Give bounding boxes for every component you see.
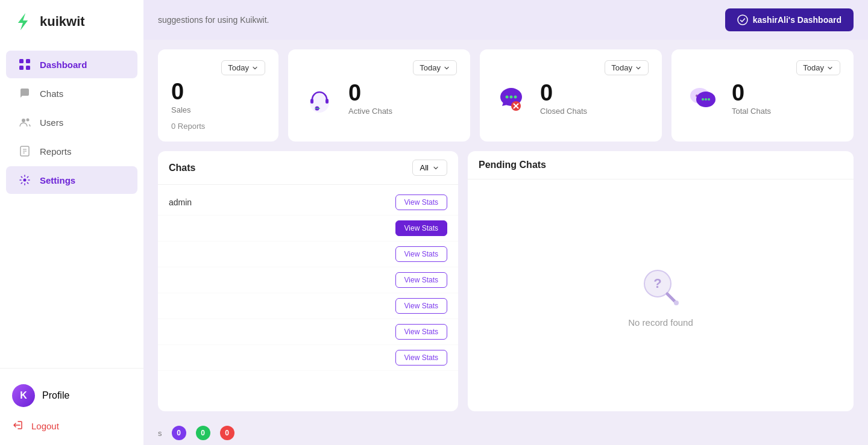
view-stats-button-6[interactable]: View Stats [395, 324, 447, 340]
badge-purple: 0 [172, 426, 186, 440]
chats-dropdown-label: Today [228, 63, 249, 72]
profile-item[interactable]: K Profile [0, 378, 143, 413]
sidebar: kuikwit Dashboard Chats Users [0, 0, 143, 445]
view-stats-button-2[interactable]: View Stats [395, 220, 447, 236]
reports-label: 0 Reports [171, 122, 265, 131]
logo-icon [12, 11, 34, 33]
sidebar-item-reports-label: Reports [40, 146, 72, 157]
pending-chats-card: Pending Chats ? No record found [468, 151, 854, 411]
check-circle-icon [737, 14, 748, 25]
pending-card-header: Pending Chats [468, 151, 854, 179]
svg-point-23 [510, 96, 513, 99]
view-stats-button-5[interactable]: View Stats [395, 298, 447, 314]
table-row: View Stats [158, 319, 458, 345]
sidebar-item-settings[interactable]: Settings [6, 166, 137, 194]
logout-item[interactable]: Logout [0, 413, 143, 439]
sidebar-item-users[interactable]: Users [6, 108, 137, 136]
chats-dropdown[interactable]: Today [221, 60, 265, 75]
closed-label: Closed Chats [540, 107, 587, 116]
table-row: View Stats [158, 267, 458, 293]
svg-point-12 [24, 179, 27, 182]
svg-point-20 [319, 108, 320, 109]
closed-dropdown[interactable]: Today [605, 60, 649, 75]
sidebar-item-chats-label: Chats [40, 89, 63, 99]
reports-icon [18, 145, 31, 158]
closed-chats-icon [493, 80, 529, 116]
stat-card-chats: Today 0 Sales 0 Reports [158, 49, 278, 142]
chevron-down-icon [635, 64, 642, 72]
svg-point-19 [317, 108, 318, 109]
dashboard-button[interactable]: kashirAli's Dashboard [725, 8, 854, 31]
header-hint: suggestions for using Kuikwit. [158, 15, 269, 25]
pending-card-title: Pending Chats [479, 160, 546, 170]
chevron-down-icon [432, 164, 439, 172]
view-stats-button-7[interactable]: View Stats [395, 350, 447, 366]
chats-icon [18, 87, 31, 100]
table-row: View Stats [158, 216, 458, 241]
stat-card-chats-body: 0 Sales [171, 80, 265, 114]
stat-card-total-top: Today [685, 60, 840, 75]
badge-green: 0 [196, 426, 210, 440]
active-dropdown[interactable]: Today [413, 60, 457, 75]
table-row: View Stats [158, 293, 458, 319]
stat-card-closed-body: 0 Closed Chats [493, 80, 649, 116]
active-dropdown-label: Today [420, 63, 441, 72]
logout-label: Logout [31, 421, 59, 431]
sidebar-item-dashboard-label: Dashboard [40, 60, 87, 70]
table-row: View Stats [158, 345, 458, 371]
chats-label: Sales [171, 105, 191, 114]
svg-point-13 [738, 15, 747, 25]
svg-rect-5 [26, 66, 30, 70]
total-dropdown[interactable]: Today [796, 60, 840, 75]
stat-card-active: Today 0 [288, 49, 470, 142]
active-chats-icon [301, 80, 338, 116]
total-dropdown-label: Today [803, 63, 824, 72]
chats-number: 0 [171, 80, 191, 103]
chats-table: admin View Stats View Stats View Stats V… [158, 185, 458, 411]
stat-card-active-body: 0 Active Chats [301, 80, 457, 116]
svg-point-6 [22, 119, 25, 122]
footer-label: s [158, 429, 162, 438]
sidebar-nav: Dashboard Chats Users Reports [0, 43, 143, 368]
avatar: K [12, 384, 35, 407]
sidebar-item-reports[interactable]: Reports [6, 137, 137, 165]
total-chats-icon [685, 80, 721, 116]
pending-card-body: ? No record found [468, 179, 854, 411]
stat-card-active-top: Today [301, 60, 457, 75]
view-stats-button-3[interactable]: View Stats [395, 246, 447, 262]
sidebar-item-dashboard[interactable]: Dashboard [6, 51, 137, 78]
svg-point-18 [315, 108, 316, 109]
total-label: Total Chats [732, 107, 771, 116]
sidebar-item-settings-label: Settings [40, 175, 75, 185]
footer-row: s 0 0 0 [143, 421, 868, 445]
view-stats-button-4[interactable]: View Stats [395, 272, 447, 288]
svg-point-22 [506, 96, 509, 99]
bottom-row: Chats All admin View Stats View Stats Vi [143, 142, 868, 421]
stats-row: Today 0 Sales 0 Reports Today [143, 40, 868, 142]
svg-point-24 [514, 96, 517, 99]
table-row: View Stats [158, 241, 458, 267]
logout-icon [12, 419, 24, 433]
svg-rect-3 [26, 59, 30, 63]
stat-card-total-body: 0 Total Chats [685, 80, 840, 116]
filter-label: All [420, 163, 429, 172]
svg-rect-16 [326, 99, 329, 104]
no-record-icon: ? [637, 263, 685, 311]
svg-text:?: ? [653, 276, 661, 291]
main-content: suggestions for using Kuikwit. kashirAli… [143, 0, 868, 445]
active-number: 0 [348, 81, 392, 104]
no-record-text: No record found [628, 317, 693, 328]
svg-rect-15 [310, 99, 313, 104]
sidebar-item-chats[interactable]: Chats [6, 79, 137, 107]
closed-number: 0 [540, 81, 587, 104]
settings-icon [18, 173, 31, 187]
view-stats-button-1[interactable]: View Stats [395, 194, 447, 210]
stat-card-closed-top: Today [493, 60, 649, 75]
badge-red: 0 [220, 426, 234, 440]
closed-dropdown-label: Today [611, 63, 632, 72]
svg-point-34 [702, 98, 704, 101]
filter-dropdown[interactable]: All [412, 160, 447, 176]
profile-label: Profile [42, 390, 69, 401]
chevron-down-icon [826, 64, 834, 72]
svg-point-40 [674, 300, 679, 305]
